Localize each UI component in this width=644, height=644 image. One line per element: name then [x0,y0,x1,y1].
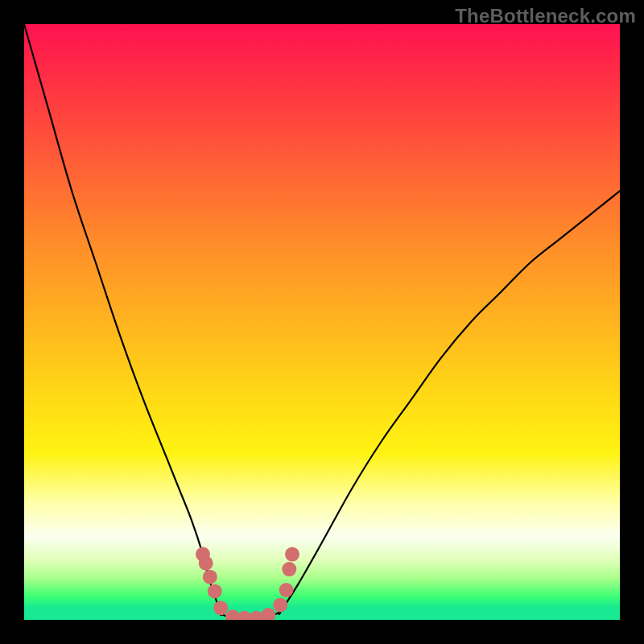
data-point-marker [282,562,296,576]
watermark-text: TheBottleneck.com [455,5,636,27]
data-point-marker [273,598,287,613]
data-point-marker [199,556,213,571]
bottleneck-curve [24,24,620,618]
data-point-marker [285,547,299,562]
data-point-marker [261,608,275,620]
data-point-marker [203,570,217,584]
plot-area [24,24,620,620]
chart-svg [24,24,620,620]
marker-group [196,547,299,620]
data-point-marker [279,583,294,597]
curve-group [24,24,620,618]
data-point-marker [208,584,222,598]
data-point-marker [213,601,228,615]
chart-frame: TheBottleneck.com [0,0,644,644]
